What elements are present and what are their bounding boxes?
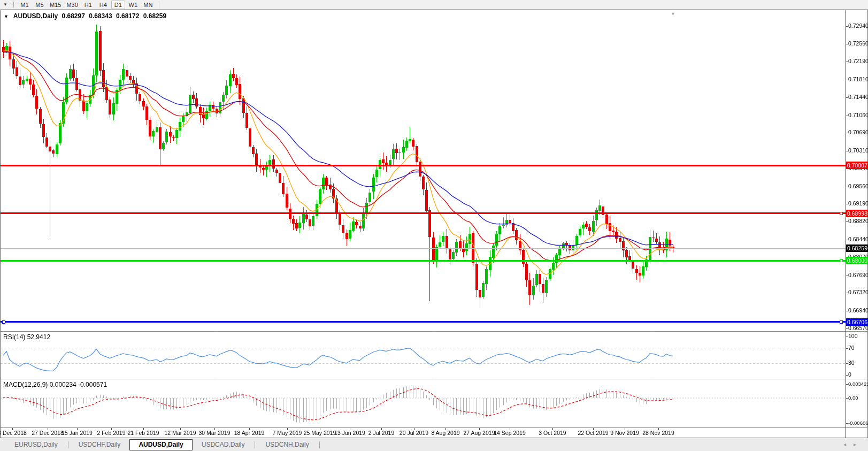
rsi-scale-tick: 30 (848, 360, 855, 366)
price-chart-canvas[interactable] (1, 10, 868, 438)
chart-collapse-icon[interactable]: ▼ (4, 14, 9, 19)
timeframe-button-d1[interactable]: D1 (111, 1, 125, 9)
tab-usdchf-daily[interactable]: USDCHF,Daily (70, 439, 130, 450)
price-axis-tick: 0.71810 (848, 76, 868, 82)
timeframe-button-h4[interactable]: H4 (96, 1, 110, 9)
timeframe-button-m1[interactable]: M1 (18, 1, 32, 9)
toolbar-overflow-icon[interactable]: ▼ (1, 1, 10, 9)
toolbar-grip[interactable] (12, 2, 14, 8)
resistance-line-0-70007[interactable] (1, 165, 846, 166)
price-axis-tick: 0.71440 (848, 94, 868, 100)
price-axis-tick: 0.68440 (848, 236, 868, 242)
macd-scale-tick: 0.00 (848, 395, 858, 401)
tab-audusd-daily[interactable]: AUDUSD,Daily (129, 439, 192, 450)
tab-scroll-left-icon[interactable]: ◂ (843, 441, 854, 447)
rsi-scale-tick: 100 (848, 333, 858, 339)
price-axis-tick: 0.69190 (848, 200, 868, 207)
resistance-line-0-68998[interactable] (1, 212, 846, 214)
price-axis-tick: 0.70310 (848, 147, 868, 154)
line-edit-handle[interactable] (840, 212, 843, 215)
tab-separator (255, 441, 255, 448)
tab-separator (68, 441, 68, 448)
timeframe-button-mn[interactable]: MN (141, 1, 155, 9)
price-axis-tick: 0.70690 (848, 129, 868, 135)
timeframe-button-m30[interactable]: M30 (64, 1, 80, 9)
price-axis-tick: 0.72940 (848, 22, 868, 29)
price-axis-tick: 0.68820 (848, 218, 868, 224)
timeframe-button-m15[interactable]: M15 (48, 1, 63, 9)
toolbar-separator (159, 1, 159, 9)
current-price-label: 0.68259 (846, 244, 868, 252)
timeframe-button-h1[interactable]: H1 (81, 1, 95, 9)
macd-scale-tick: 0.003421 (848, 381, 868, 387)
price-axis-label-0.68000: 0.68000 (846, 257, 868, 264)
price-axis-tick: 0.72190 (848, 58, 868, 64)
date-axis-tick: 28 Nov 2019 (634, 430, 682, 436)
line-edit-handle[interactable] (2, 320, 5, 324)
macd-indicator-label: MACD(12,26,9) 0.000234 -0.000571 (3, 381, 107, 388)
price-axis-label-0.66706: 0.66706 (846, 318, 868, 326)
rsi-scale-tick: 0 (848, 371, 851, 378)
price-axis-tick: 0.66940 (848, 307, 868, 314)
date-axis-tick: 14 Sep 2019 (486, 430, 534, 436)
rsi-scale-tick: 70 (848, 345, 855, 351)
price-axis-tick: 0.71060 (848, 112, 868, 118)
chart-window: ▼ AUDUSD,Daily 0.68297 0.68343 0.68172 0… (0, 10, 868, 438)
timeframe-button-w1[interactable]: W1 (126, 1, 140, 9)
macd-scale-tick: -0.006069 (848, 420, 868, 426)
chart-shift-marker-icon[interactable]: ▼ (671, 11, 675, 17)
ohlc-close: 0.68259 (143, 12, 166, 20)
tab-eurusd-daily[interactable]: EURUSD,Daily (5, 439, 67, 450)
tab-usdcad-daily[interactable]: USDCAD,Daily (193, 439, 254, 450)
line-edit-handle[interactable] (840, 259, 843, 262)
current-price-line (1, 248, 846, 249)
support-line-0-68000[interactable] (1, 260, 846, 262)
price-axis-label-0.68998: 0.68998 (846, 210, 868, 217)
timeframe-toolbar: ▼ M1 M5 M15 M30 H1 H4 D1 W1 MN (0, 0, 868, 10)
chart-title: ▼ AUDUSD,Daily 0.68297 0.68343 0.68172 0… (4, 12, 168, 20)
rsi-indicator-label: RSI(14) 52.9412 (3, 333, 50, 341)
ohlc-high: 0.68343 (89, 12, 112, 20)
support-line-0-66706[interactable] (1, 321, 846, 323)
price-axis-label-0.70007: 0.70007 (846, 162, 868, 169)
line-edit-handle[interactable] (840, 320, 843, 324)
tab-scroll-arrows[interactable]: ◂▸ (843, 441, 864, 447)
price-axis-tick: 0.72560 (848, 40, 868, 47)
price-axis-tick: 0.67320 (848, 289, 868, 295)
price-axis-tick: 0.69560 (848, 183, 868, 189)
price-axis-tick: 0.67690 (848, 272, 868, 278)
tab-usdcnh-daily[interactable]: USDCNH,Daily (256, 439, 318, 450)
tab-separator (319, 441, 320, 448)
tab-scroll-right-icon[interactable]: ▸ (854, 441, 864, 447)
timeframe-button-m5[interactable]: M5 (33, 1, 47, 9)
chart-symbol: AUDUSD,Daily (13, 12, 58, 20)
ohlc-low: 0.68172 (116, 12, 139, 20)
chart-tab-bar: EURUSD,Daily USDCHF,Daily AUDUSD,Daily U… (0, 438, 868, 451)
ohlc-open: 0.68297 (62, 12, 85, 20)
